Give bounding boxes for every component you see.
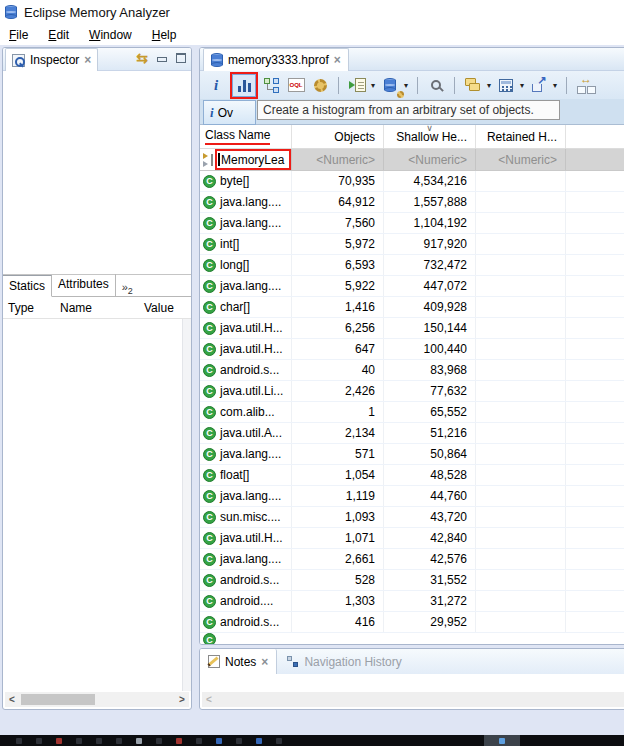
taskbar-icon[interactable] xyxy=(16,738,22,744)
close-icon[interactable]: × xyxy=(84,54,91,66)
taskbar-icon[interactable] xyxy=(196,738,202,744)
retained-filter-cell[interactable]: <Numeric> xyxy=(476,149,566,170)
table-row[interactable]: C int[] 5,972 917,920 xyxy=(200,234,624,255)
oql-button[interactable]: OQL xyxy=(286,74,306,96)
close-icon[interactable]: × xyxy=(334,54,341,66)
calculator-button[interactable] xyxy=(496,74,516,96)
column-retained-heap[interactable]: Retained H... xyxy=(476,125,566,148)
objects-filter-cell[interactable]: <Numeric> xyxy=(292,149,384,170)
taskbar-active-app[interactable] xyxy=(484,735,520,746)
taskbar-icon[interactable] xyxy=(56,738,62,744)
taskbar-icon[interactable] xyxy=(156,738,162,744)
table-row[interactable]: C java.lang.... 2,661 42,576 xyxy=(200,549,624,570)
column-class-name[interactable]: Class Name xyxy=(200,125,292,148)
table-row[interactable]: C java.util.H... 647 100,440 xyxy=(200,339,624,360)
inspector-vertical-scrollbar[interactable] xyxy=(182,319,191,691)
dominator-tree-button[interactable] xyxy=(262,74,282,96)
column-value[interactable]: Value xyxy=(139,301,191,315)
table-row[interactable]: C java.util.H... 6,256 150,144 xyxy=(200,318,624,339)
thread-overview-button[interactable] xyxy=(310,74,330,96)
table-row-partial[interactable]: C xyxy=(200,633,624,644)
table-row[interactable]: C java.lang.... 7,560 1,104,192 xyxy=(200,213,624,234)
table-row[interactable]: C com.alib... 1 65,552 xyxy=(200,402,624,423)
taskbar-icon[interactable] xyxy=(116,738,122,744)
chevron-down-icon[interactable]: ▾ xyxy=(553,81,557,90)
retained-heap-cell xyxy=(476,297,566,317)
maximize-icon[interactable] xyxy=(176,53,186,63)
create-histogram-button[interactable] xyxy=(232,74,256,97)
scrollbar-thumb[interactable] xyxy=(21,694,95,705)
taskbar-icon[interactable] xyxy=(36,738,42,744)
menu-help[interactable]: Help xyxy=(152,28,177,42)
chevron-down-icon[interactable]: ▾ xyxy=(371,81,375,90)
chevron-down-icon[interactable]: ▾ xyxy=(520,81,524,90)
table-row[interactable]: C java.util.Li... 2,426 77,632 xyxy=(200,381,624,402)
table-row[interactable]: C java.lang.... 5,922 447,072 xyxy=(200,276,624,297)
table-row[interactable]: C sun.misc.... 1,093 43,720 xyxy=(200,507,624,528)
run-expert-report-button[interactable] xyxy=(347,74,367,96)
chevron-down-icon[interactable]: ▾ xyxy=(404,81,408,90)
menu-window[interactable]: Window xyxy=(89,28,132,42)
scroll-left-icon[interactable]: < xyxy=(5,694,19,705)
link-with-snapshot-icon[interactable]: ⇆ xyxy=(136,51,148,65)
windows-taskbar[interactable] xyxy=(0,735,624,746)
taskbar-icon[interactable] xyxy=(216,738,222,744)
overview-info-button[interactable]: i xyxy=(206,74,226,96)
group-result-button[interactable] xyxy=(463,74,483,96)
compare-tables-button[interactable]: ↔ xyxy=(575,74,599,96)
table-row[interactable]: C java.util.A... 2,134 51,216 xyxy=(200,423,624,444)
class-name-text: android.s... xyxy=(220,363,279,377)
tab-attributes[interactable]: Attributes xyxy=(52,274,116,296)
taskbar-icon[interactable] xyxy=(96,738,102,744)
table-row[interactable]: C java.lang.... 571 50,864 xyxy=(200,444,624,465)
minimize-icon[interactable] xyxy=(157,57,167,62)
class-name-cell: C java.util.H... xyxy=(200,339,292,359)
table-row[interactable]: C android.s... 40 83,968 xyxy=(200,360,624,381)
taskbar-icon[interactable] xyxy=(76,738,82,744)
table-row[interactable]: C char[] 1,416 409,928 xyxy=(200,297,624,318)
tab-memory3333-hprof[interactable]: memory3333.hprof × xyxy=(203,48,349,71)
column-type[interactable]: Type xyxy=(3,301,55,315)
column-name[interactable]: Name xyxy=(55,301,139,315)
taskbar-icon[interactable] xyxy=(136,738,142,744)
column-objects[interactable]: Objects xyxy=(292,125,384,148)
search-button[interactable] xyxy=(426,74,446,96)
menu-file[interactable]: File xyxy=(9,28,28,42)
table-row[interactable]: C float[] 1,054 48,528 xyxy=(200,465,624,486)
column-shallow-heap[interactable]: ∨ Shallow He... xyxy=(384,125,476,148)
chevron-down-icon[interactable]: ▾ xyxy=(487,81,491,90)
taskbar-icon[interactable] xyxy=(499,738,505,744)
notes-horizontal-scrollbar[interactable]: < xyxy=(202,692,624,707)
table-row[interactable]: C java.lang.... 64,912 1,557,888 xyxy=(200,192,624,213)
table-row[interactable]: C java.lang.... 1,119 44,760 xyxy=(200,486,624,507)
table-row[interactable]: C java.util.H... 1,071 42,840 xyxy=(200,528,624,549)
table-row[interactable]: C byte[] 70,935 4,534,216 xyxy=(200,171,624,192)
tab-notes[interactable]: Notes × xyxy=(200,649,277,674)
tab-overflow-chevron[interactable]: »2 xyxy=(116,281,139,296)
class-name-filter-input[interactable]: MemoryLea xyxy=(215,149,291,170)
taskbar-icon[interactable] xyxy=(256,738,262,744)
mini-gear-icon xyxy=(397,91,404,98)
class-icon: C xyxy=(203,343,216,356)
tab-statics[interactable]: Statics xyxy=(3,275,52,297)
shallow-filter-cell[interactable]: <Numeric> xyxy=(384,149,476,170)
notes-content-empty[interactable] xyxy=(200,674,624,692)
table-row[interactable]: C android.... 1,303 31,272 xyxy=(200,591,624,612)
taskbar-icon[interactable] xyxy=(276,738,282,744)
close-icon[interactable]: × xyxy=(261,656,268,668)
table-row[interactable]: C long[] 6,593 732,472 xyxy=(200,255,624,276)
export-button[interactable]: ↗ xyxy=(529,74,549,96)
taskbar-icon[interactable] xyxy=(236,738,242,744)
tab-navigation-history[interactable]: Navigation History xyxy=(277,655,411,669)
query-browser-button[interactable] xyxy=(380,74,400,96)
scroll-right-icon[interactable]: > xyxy=(175,694,189,705)
tab-overview[interactable]: i Ov xyxy=(203,100,256,125)
taskbar-icon[interactable] xyxy=(176,738,182,744)
scroll-left-icon[interactable]: < xyxy=(202,694,216,705)
class-name-filter-cell[interactable]: MemoryLea xyxy=(200,149,292,170)
table-row[interactable]: C android.s... 528 31,552 xyxy=(200,570,624,591)
inspector-horizontal-scrollbar[interactable]: < > xyxy=(5,692,189,707)
tab-inspector[interactable]: Inspector × xyxy=(5,48,98,71)
table-row[interactable]: C android.s... 416 29,952 xyxy=(200,612,624,633)
menu-edit[interactable]: Edit xyxy=(48,28,69,42)
